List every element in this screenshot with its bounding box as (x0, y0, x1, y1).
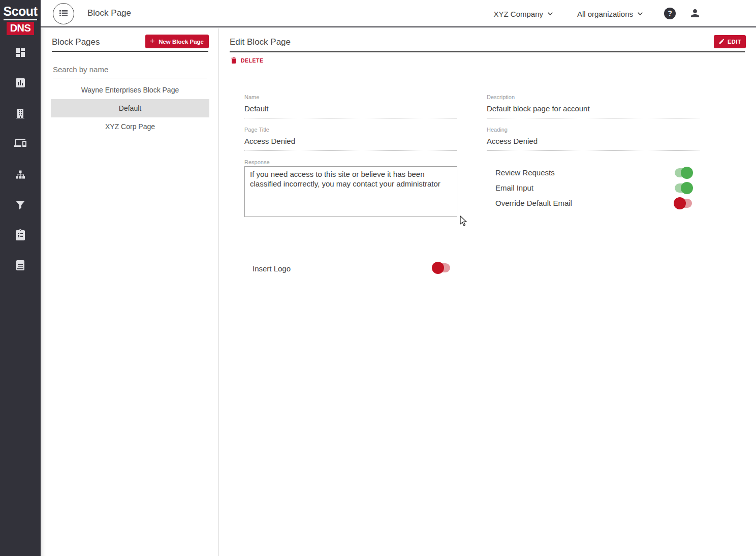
company-selector[interactable]: XYZ Company (493, 9, 555, 19)
email-input-label: Email Input (495, 183, 533, 192)
edit-button-label: EDIT (728, 39, 741, 45)
email-input-toggle[interactable] (675, 182, 693, 194)
name-field-label: Name (244, 94, 457, 100)
trash-icon (230, 56, 238, 65)
pencil-icon (718, 38, 725, 46)
description-field-label: Description (487, 94, 700, 100)
override-default-email-label: Override Default Email (495, 199, 572, 207)
edit-button[interactable]: EDIT (714, 35, 746, 48)
delete-button-label: DELETE (241, 57, 263, 64)
page-title-field: Page Title Access Denied (244, 127, 457, 151)
delete-button[interactable]: DELETE (230, 56, 263, 65)
help-icon[interactable]: ? (664, 8, 676, 19)
user-account-icon[interactable] (689, 7, 701, 19)
devices-icon[interactable] (14, 137, 26, 149)
sidebar: Scout DNS (0, 0, 41, 556)
chevron-down-icon (545, 9, 555, 19)
description-field: Description Default block page for accou… (487, 94, 700, 118)
block-pages-panel-title: Block Pages (52, 37, 100, 47)
organization-filter-label: All organizations (577, 10, 633, 18)
list-menu-icon (59, 9, 68, 19)
page-title-field-label: Page Title (244, 127, 457, 133)
insert-logo-label: Insert Logo (253, 264, 291, 273)
insert-logo-toggle[interactable] (433, 262, 451, 274)
menu-toggle-button[interactable] (53, 3, 74, 24)
filters-icon[interactable] (14, 199, 26, 211)
logs-icon[interactable] (14, 259, 26, 271)
response-textarea[interactable]: If you need access to this site or belie… (244, 166, 457, 217)
editor-title: Edit Block Page (230, 37, 291, 47)
organizations-icon[interactable] (14, 107, 26, 119)
sites-icon[interactable] (14, 169, 26, 181)
name-field-value[interactable]: Default (244, 104, 457, 118)
page-title-field-value[interactable]: Access Denied (244, 137, 457, 151)
block-pages-panel: Block Pages New Block Page Wayne Enterpr… (41, 28, 219, 556)
list-item[interactable]: Wayne Enterprises Block Page (51, 81, 209, 99)
review-requests-toggle[interactable] (675, 167, 693, 179)
heading-field-value[interactable]: Access Denied (487, 137, 700, 151)
policies-icon[interactable] (14, 229, 26, 241)
review-requests-row: Review Requests (495, 168, 555, 177)
search-input[interactable] (53, 63, 207, 78)
heading-field: Heading Access Denied (487, 127, 700, 151)
analytics-icon[interactable] (14, 77, 26, 89)
description-field-value[interactable]: Default block page for account (487, 104, 700, 118)
new-block-page-button[interactable]: New Block Page (145, 35, 209, 48)
panel-header-divider (52, 51, 208, 52)
override-default-email-toggle[interactable] (675, 197, 693, 209)
plus-icon (148, 37, 156, 46)
editor-header-divider (230, 51, 745, 52)
name-field: Name Default (244, 94, 457, 118)
scoutdns-app: Scout DNS (0, 0, 756, 556)
list-item-selected[interactable]: Default (51, 99, 209, 117)
email-input-row: Email Input (495, 183, 533, 192)
edit-block-page-panel: Edit Block Page EDIT DELETE Name Default… (219, 28, 756, 556)
chevron-down-icon (635, 9, 645, 19)
logo-dns-text: DNS (7, 22, 35, 35)
organization-filter-selector[interactable]: All organizations (577, 9, 645, 19)
response-field-label: Response (244, 159, 270, 165)
override-default-email-row: Override Default Email (495, 199, 572, 207)
heading-field-label: Heading (487, 127, 700, 133)
list-item[interactable]: XYZ Corp Page (51, 117, 209, 136)
block-page-list: Wayne Enterprises Block Page Default XYZ… (51, 81, 209, 136)
top-bar: Block Page XYZ Company All organizations… (41, 0, 756, 27)
company-selector-label: XYZ Company (493, 10, 543, 18)
dashboard-icon[interactable] (14, 46, 26, 58)
scoutdns-logo[interactable]: Scout DNS (0, 4, 41, 35)
new-block-page-label: New Block Page (159, 39, 204, 45)
page-title: Block Page (87, 8, 131, 18)
review-requests-label: Review Requests (495, 168, 555, 177)
logo-scout-text: Scout (4, 4, 38, 20)
